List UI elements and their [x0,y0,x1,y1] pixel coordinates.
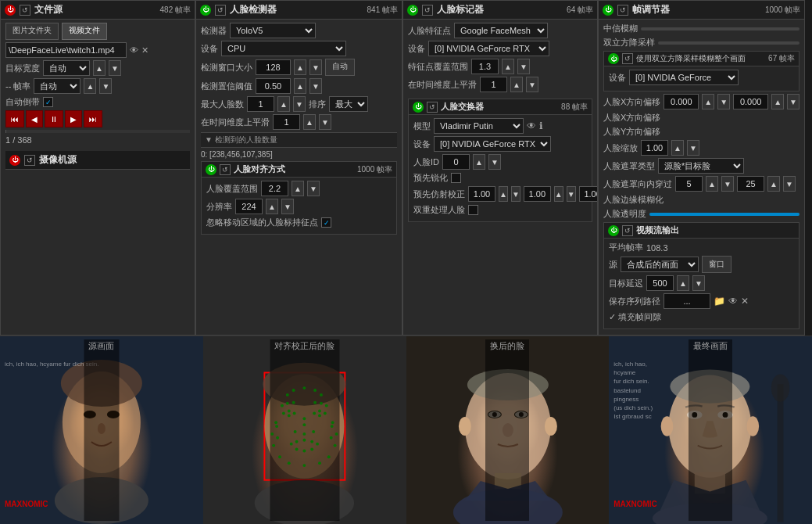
fps-spin-up[interactable]: ▲ [84,78,96,94]
device-select[interactable]: CPU [221,41,346,56]
y-offset-spin-up[interactable]: ▲ [771,94,784,109]
face-id-spin-up[interactable]: ▲ [473,154,485,170]
file-source-power[interactable]: ⏻ [5,5,16,16]
dual-checkbox[interactable] [468,205,478,215]
threshold-input[interactable] [256,78,291,94]
opacity-slider[interactable] [649,213,799,216]
camera-power[interactable]: ⏻ [9,155,20,166]
marker-smooth-input[interactable] [480,77,507,92]
eye-icon-save[interactable]: 👁 [728,296,738,307]
bilateral-refresh[interactable]: ↺ [622,53,633,64]
align-refresh[interactable]: ↺ [220,164,231,175]
border-left-spin-down[interactable]: ▼ [721,176,734,192]
auto-btn[interactable]: 自动 [325,59,355,76]
target-width-select[interactable]: 自动 [43,60,90,76]
close-icon-file[interactable]: ✕ [141,45,148,56]
adjuster-refresh[interactable]: ↺ [617,5,628,16]
adjuster-power[interactable]: ⏻ [603,5,613,16]
x-offset-input[interactable] [664,94,699,109]
window-size-spin-down[interactable]: ▼ [309,59,322,75]
pre-sharpen-checkbox[interactable] [451,173,461,183]
eye-icon-file[interactable]: 👁 [130,45,138,55]
filter-select[interactable]: 源脸*目标脸 [658,158,744,174]
ignore-checkbox[interactable]: ✓ [321,217,331,228]
target-width-spin-up[interactable]: ▲ [93,60,106,76]
swapper-refresh[interactable]: ↺ [427,102,438,113]
landmark-select[interactable]: Google FaceMesh [454,23,548,38]
target-width-spin-down[interactable]: ▼ [109,60,121,76]
save-input[interactable] [664,293,710,309]
align-power[interactable]: ⏻ [206,164,216,175]
border-left-input[interactable] [675,176,703,192]
swapper-power[interactable]: ⏻ [413,102,424,113]
marker-smooth-spin-up[interactable]: ▲ [510,77,523,92]
stream-power[interactable]: ⏻ [608,225,619,236]
resolution-spin-down[interactable]: ▼ [281,199,294,214]
fps-spin-down[interactable]: ▼ [99,78,112,94]
fps-select[interactable]: 自动 [34,78,80,94]
y-offset-spin-down[interactable]: ▼ [787,94,799,109]
skip-forward-btn[interactable]: ⏭ [84,110,102,127]
eye-icon-swapper[interactable]: 👁 [527,120,536,131]
info-icon-swapper[interactable]: ℹ [539,120,543,131]
coverage-input[interactable] [261,181,288,196]
bilateral-device-select[interactable]: [0] NVIDIA GeForce [629,70,739,85]
affine-y-spin-down[interactable]: ▼ [567,186,576,202]
detector-select[interactable]: YoloV5 [230,23,316,38]
border-right-spin-up[interactable]: ▲ [767,176,780,192]
resolution-input[interactable] [235,199,263,214]
next-frame-btn[interactable]: ▶ [65,110,82,127]
marker-range-spin-up[interactable]: ▲ [502,59,514,74]
coverage-spin-up[interactable]: ▲ [292,181,304,196]
affine-y-input[interactable] [524,186,551,202]
affine-z-input[interactable] [579,186,598,202]
resolution-spin-up[interactable]: ▲ [266,199,278,214]
count-divider[interactable]: ▼ 检测到的人脸数量 [201,132,397,148]
affine-x-spin-down[interactable]: ▼ [511,186,520,202]
bilateral-slider[interactable] [658,41,799,45]
delay-spin-up[interactable]: ▲ [677,275,689,291]
marker-device-select[interactable]: [0] NVIDIA GeForce RTX [428,41,549,56]
face-marker-refresh[interactable]: ↺ [422,5,433,16]
scale-input[interactable] [641,140,668,156]
max-faces-spin-down[interactable]: ▼ [293,96,306,112]
face-detector-power[interactable]: ⏻ [200,5,211,16]
affine-y-spin-up[interactable]: ▲ [554,186,563,202]
image-folder-btn[interactable]: 图片文件夹 [5,23,59,40]
y-offset-input[interactable] [733,94,768,109]
play-pause-btn[interactable]: ⏸ [45,110,63,127]
max-faces-spin-up[interactable]: ▲ [277,96,290,112]
border-left-spin-up[interactable]: ▲ [706,176,718,192]
prev-frame-btn[interactable]: ◀ [26,110,43,127]
marker-smooth-spin-down[interactable]: ▼ [526,77,538,92]
smooth-spin-up[interactable]: ▲ [303,114,316,130]
swapper-device-select[interactable]: [0] NVIDIA GeForce RTX [434,136,551,152]
window-size-spin-up[interactable]: ▲ [294,59,306,75]
threshold-spin-up[interactable]: ▲ [294,78,306,94]
source-select[interactable]: 合成后的画面 [621,257,699,272]
x-offset-spin-up[interactable]: ▲ [702,94,714,109]
border-right-input[interactable] [737,176,764,192]
window-btn[interactable]: 窗口 [702,256,732,273]
smooth-spin-down[interactable]: ▼ [319,114,331,130]
window-size-input[interactable] [256,59,291,75]
auto-rewind-checkbox[interactable]: ✓ [43,97,53,107]
median-slider[interactable] [641,27,799,31]
affine-x-spin-up[interactable]: ▲ [499,186,508,202]
marker-range-input[interactable] [471,59,499,74]
model-select[interactable]: Vladimir Putin [434,118,524,134]
bilateral-power[interactable]: ⏻ [608,53,619,64]
scale-spin-up[interactable]: ▲ [671,140,684,156]
file-source-refresh[interactable]: ↺ [20,5,30,16]
threshold-spin-down[interactable]: ▼ [309,78,322,94]
face-id-input[interactable] [442,154,470,170]
max-faces-input[interactable] [247,96,274,112]
face-marker-power[interactable]: ⏻ [407,5,418,16]
coverage-spin-down[interactable]: ▼ [307,181,320,196]
scale-spin-down[interactable]: ▼ [687,140,699,156]
stream-refresh[interactable]: ↺ [622,225,633,236]
camera-refresh[interactable]: ↺ [24,155,35,166]
face-detector-refresh[interactable]: ↺ [215,5,226,16]
file-path-input[interactable] [5,42,127,58]
delay-spin-down[interactable]: ▼ [692,275,705,291]
